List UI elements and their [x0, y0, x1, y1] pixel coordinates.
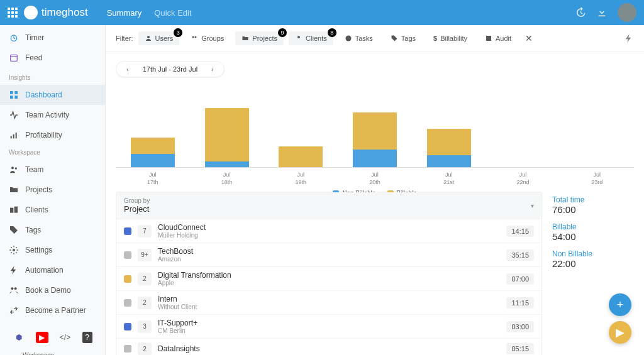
help-icon[interactable]: ? [82, 332, 92, 343]
clear-filter-icon[interactable]: ✕ [525, 33, 533, 43]
project-name: CloudConnect [158, 223, 500, 232]
workspace-selector[interactable]: Workspace MOD Administrator's Worksp... … [9, 348, 96, 355]
task-count: 2 [138, 273, 152, 285]
svg-rect-4 [10, 96, 13, 99]
project-row[interactable]: 2DataInsights05:15 [116, 339, 541, 355]
sidebar-label: Tags [25, 226, 41, 234]
project-row[interactable]: 3IT-Support+CM Berlin03:00 [116, 315, 541, 339]
svg-point-10 [15, 167, 17, 169]
project-row[interactable]: 2InternWithout Client11:15 [116, 291, 541, 315]
fab-play-button[interactable]: ▶ [609, 321, 631, 344]
sidebar-item-feed[interactable]: Feed [0, 48, 105, 68]
time-badge: 03:00 [506, 321, 534, 332]
project-row[interactable]: 7CloudConnectMüller Holding14:15 [116, 219, 541, 243]
color-dot [124, 251, 131, 259]
history-icon[interactable] [575, 7, 586, 18]
filter-settings-icon[interactable] [624, 33, 634, 43]
client-name: Without Client [158, 303, 500, 310]
svg-rect-8 [16, 133, 17, 138]
svg-rect-12 [14, 207, 18, 213]
svg-rect-1 [11, 55, 18, 61]
project-row[interactable]: 2Digital TransformationApple07:00 [116, 267, 541, 291]
prev-arrow-icon[interactable]: ‹ [121, 64, 134, 74]
client-name: Apple [158, 280, 500, 287]
filter-tags[interactable]: Tags [384, 31, 422, 45]
svg-rect-2 [10, 91, 13, 94]
folder-icon [242, 35, 249, 42]
next-arrow-icon[interactable]: › [206, 64, 219, 74]
workspace-title: Workspace [23, 352, 85, 355]
folder-icon [9, 185, 19, 195]
sidebar-label: Team Activity [25, 111, 69, 119]
time-badge: 35:15 [506, 249, 534, 261]
svg-rect-11 [10, 208, 13, 213]
filter-groups[interactable]: Groups [184, 31, 230, 45]
partner-icon [9, 305, 19, 315]
sidebar-label: Dashboard [25, 90, 62, 99]
time-badge: 14:15 [506, 226, 534, 237]
filter-billability[interactable]: $Billability [427, 31, 474, 45]
filter-clients[interactable]: Clients8 [289, 31, 333, 45]
fab-add-button[interactable]: + [609, 293, 631, 316]
color-dot [124, 323, 131, 330]
filter-label: Filter: [116, 35, 133, 42]
badge: 3 [174, 28, 182, 37]
apps-icon[interactable] [8, 8, 18, 18]
project-name: Digital Transformation [158, 271, 500, 280]
sidebar-item-team[interactable]: Team [0, 160, 105, 180]
sidebar-item-team-activity[interactable]: Team Activity [0, 105, 105, 125]
sidebar-label: Become a Partner [25, 306, 86, 315]
sidebar-item-dashboard[interactable]: Dashboard [0, 85, 105, 105]
topbar-tabs: Summary Quick Edit [107, 8, 192, 18]
sidebar-item-profitability[interactable]: Profitability [0, 125, 105, 145]
logo-icon [24, 6, 38, 19]
download-icon[interactable] [596, 7, 608, 18]
filter-audit[interactable]: Audit [479, 31, 518, 45]
tab-quickedit[interactable]: Quick Edit [154, 8, 191, 18]
color-dot [124, 275, 131, 283]
sidebar-item-automation[interactable]: Automation [0, 260, 105, 280]
sidebar-item-tags[interactable]: Tags [0, 220, 105, 240]
date-range-selector[interactable]: ‹ 17th Jul - 23rd Jul › [116, 61, 225, 77]
sidebar-item-bookdemo[interactable]: Book a Demo [0, 280, 105, 300]
timer-icon [9, 33, 19, 43]
client-name: Müller Holding [158, 232, 500, 239]
sidebar-item-settings[interactable]: Settings [0, 240, 105, 260]
filter-bar: Filter: Users3 Groups Projects9 Clients8… [106, 25, 644, 52]
group-by-selector[interactable]: Group byProject ▾ [116, 192, 541, 219]
logo[interactable]: timeghost [24, 6, 88, 19]
client-name: Amazon [158, 256, 500, 263]
svg-rect-3 [14, 91, 18, 94]
tab-summary[interactable]: Summary [107, 8, 142, 18]
youtube-icon[interactable]: ▶ [36, 332, 48, 343]
svg-rect-22 [486, 36, 491, 41]
filter-users[interactable]: Users3 [138, 31, 180, 45]
svg-point-19 [195, 36, 197, 38]
project-name: DataInsights [158, 344, 500, 353]
filter-projects[interactable]: Projects9 [235, 31, 284, 45]
sidebar-item-clients[interactable]: Clients [0, 200, 105, 220]
user-icon [145, 35, 152, 42]
section-workspace: Workspace [0, 145, 105, 160]
svg-point-13 [13, 249, 15, 251]
teams-icon[interactable]: ⬢ [13, 332, 25, 343]
task-count: 2 [138, 297, 152, 309]
sidebar-label: Timer [25, 33, 44, 42]
avatar[interactable] [618, 3, 636, 22]
project-name: Intern [158, 295, 500, 303]
svg-rect-5 [14, 96, 18, 99]
task-count: 7 [138, 225, 152, 238]
color-dot [124, 345, 131, 352]
svg-rect-6 [11, 136, 12, 138]
dashboard-icon [9, 90, 19, 100]
sidebar-label: Automation [25, 266, 64, 275]
project-row[interactable]: 9+TechBoostAmazon35:15 [116, 243, 541, 267]
code-icon[interactable]: </> [60, 332, 71, 343]
sidebar-item-timer[interactable]: Timer [0, 28, 105, 48]
filter-tasks[interactable]: Tasks [338, 31, 379, 45]
svg-point-17 [147, 36, 150, 38]
sidebar-item-partner[interactable]: Become a Partner [0, 300, 105, 320]
sidebar-item-projects[interactable]: Projects [0, 180, 105, 200]
svg-point-9 [11, 167, 14, 169]
time-badge: 05:15 [506, 343, 534, 354]
